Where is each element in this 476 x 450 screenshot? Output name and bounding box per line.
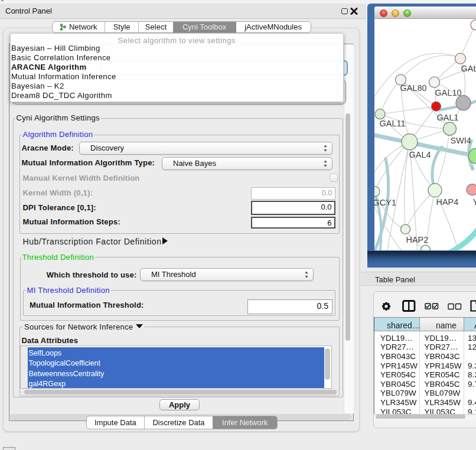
svg-text:YL: YL (472, 197, 476, 207)
svg-text:GCY1: GCY1 (374, 198, 396, 207)
svg-text:GAL10: GAL10 (435, 88, 461, 97)
svg-text:GAL4: GAL4 (409, 150, 431, 159)
svg-text:HAP4: HAP4 (436, 197, 458, 207)
svg-text:SWI4: SWI4 (450, 136, 471, 145)
svg-text:GAL1: GAL1 (436, 113, 458, 122)
svg-text:HAP2: HAP2 (406, 235, 428, 244)
svg-text:GAL11: GAL11 (379, 119, 405, 128)
svg-text:GAL80: GAL80 (400, 83, 426, 93)
svg-text:GAL7: GAL7 (461, 64, 476, 73)
